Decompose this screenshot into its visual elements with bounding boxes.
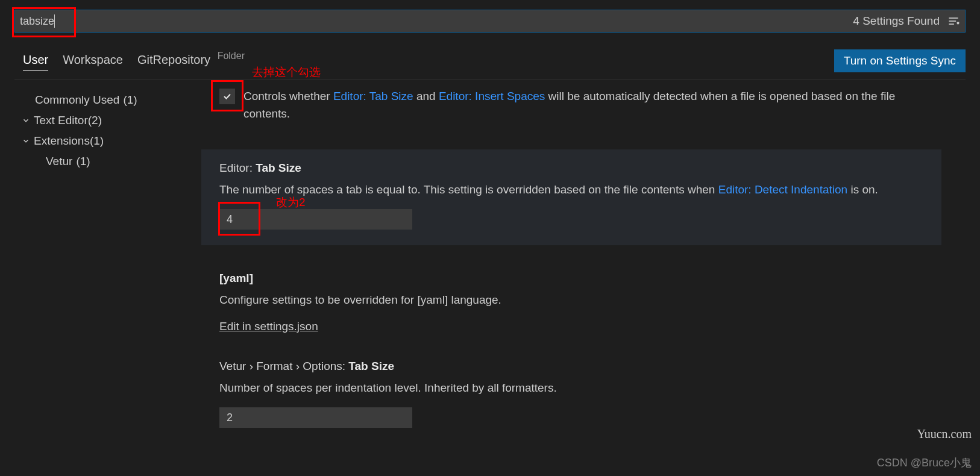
tab-size-input[interactable]	[219, 209, 412, 230]
scope-tabs: User Workspace GitRepository Folder	[14, 51, 245, 71]
search-row: tabsize 4 Settings Found	[14, 10, 966, 33]
chevron-down-icon	[20, 116, 31, 125]
text: Controls whether	[243, 90, 333, 102]
watermark-csdn: CSDN @Bruce小鬼	[877, 456, 972, 470]
settings-editor: tabsize 4 Settings Found User Workspace …	[0, 0, 980, 476]
tab-user[interactable]: User	[23, 53, 48, 71]
setting-category: Vetur › Format › Options:	[219, 360, 348, 372]
setting-yaml-language: [yaml] Configure settings to be overridd…	[201, 272, 941, 333]
tabs-row: User Workspace GitRepository Folder Turn…	[14, 49, 966, 72]
setting-title: Vetur › Format › Options: Tab Size	[219, 360, 923, 373]
toc-label: Vetur	[46, 155, 72, 168]
filter-icon[interactable]	[947, 14, 960, 28]
vetur-tab-size-input[interactable]	[219, 407, 412, 428]
settings-body: Commonly Used (1) Text Editor (2) Extens…	[14, 80, 966, 476]
setting-description: Configure settings to be overridden for …	[219, 291, 923, 308]
detect-indentation-checkbox[interactable]	[219, 89, 235, 104]
setting-detect-indentation: Controls whether Editor: Tab Size and Ed…	[201, 87, 941, 123]
setting-editor-tab-size: Editor: Tab Size The number of spaces a …	[201, 149, 941, 245]
watermark-yuucn: Yuucn.com	[917, 427, 972, 441]
toc-count: (1)	[123, 93, 137, 107]
setting-name: [yaml]	[219, 272, 253, 284]
text: and	[413, 90, 439, 102]
settings-list[interactable]: Controls whether Editor: Tab Size and Ed…	[195, 80, 966, 476]
setting-category: Editor:	[219, 161, 256, 174]
search-result-count: 4 Settings Found	[846, 14, 947, 28]
toc-label: Extensions	[34, 134, 90, 148]
setting-description: Number of spaces per indentation level. …	[219, 379, 923, 396]
setting-description: The number of spaces a tab is equal to. …	[219, 181, 923, 198]
setting-description: Controls whether Editor: Tab Size and Ed…	[243, 87, 923, 123]
toc-count: (1)	[76, 155, 90, 168]
text: is on.	[847, 183, 878, 196]
toc-commonly-used[interactable]: Commonly Used (1)	[14, 90, 195, 110]
tab-folder-scope: Folder	[218, 51, 245, 61]
text: The number of spaces a tab is equal to. …	[219, 183, 718, 196]
tab-folder[interactable]: GitRepository Folder	[137, 51, 245, 70]
toc-text-editor[interactable]: Text Editor (2)	[14, 110, 195, 131]
setting-title: [yaml]	[219, 272, 923, 285]
link-detect-indentation[interactable]: Editor: Detect Indentation	[718, 183, 847, 196]
chevron-down-icon	[20, 137, 31, 145]
tab-workspace[interactable]: Workspace	[63, 53, 123, 70]
setting-title: Editor: Tab Size	[219, 161, 923, 175]
toc-vetur[interactable]: Vetur (1)	[14, 151, 195, 172]
link-editor-tab-size[interactable]: Editor: Tab Size	[333, 90, 413, 102]
search-wrap[interactable]: tabsize 4 Settings Found	[14, 10, 966, 33]
tab-folder-label: GitRepository	[137, 53, 210, 66]
edit-in-settings-json-link[interactable]: Edit in settings.json	[219, 320, 318, 333]
setting-name: Tab Size	[256, 161, 301, 174]
settings-toc: Commonly Used (1) Text Editor (2) Extens…	[14, 80, 195, 476]
setting-vetur-tab-size: Vetur › Format › Options: Tab Size Numbe…	[201, 360, 941, 428]
toc-label: Commonly Used	[35, 93, 119, 107]
setting-name: Tab Size	[348, 360, 394, 372]
toc-count: (1)	[90, 134, 104, 148]
link-editor-insert-spaces[interactable]: Editor: Insert Spaces	[439, 90, 545, 102]
checkmark-icon	[222, 92, 232, 101]
settings-sync-button[interactable]: Turn on Settings Sync	[834, 49, 966, 72]
toc-count: (2)	[88, 114, 102, 127]
toc-extensions[interactable]: Extensions (1)	[14, 131, 195, 151]
toc-label: Text Editor	[34, 114, 88, 127]
